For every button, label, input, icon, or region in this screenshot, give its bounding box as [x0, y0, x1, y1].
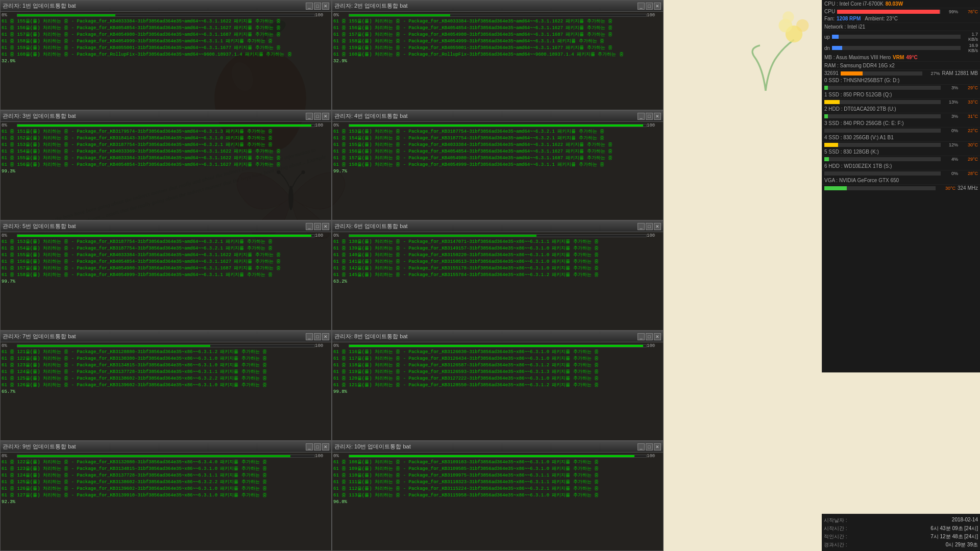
drive-5-bar-row: 4% 29°C [822, 156, 980, 162]
titlebar-7[interactable]: 관리자: 7번 업데이트통합 bat _ □ ✕ [1, 331, 331, 342]
line-1-4: 61 중 159을(를) 처리하는 중 - Package_for_KB4055… [2, 45, 330, 52]
progress-track-5 [17, 234, 315, 237]
maximize-btn-5[interactable]: □ [314, 223, 321, 230]
close-btn-3[interactable]: ✕ [322, 113, 329, 120]
minimize-btn-4[interactable]: _ [638, 113, 645, 120]
minimize-btn-8[interactable]: _ [638, 333, 645, 340]
drive-2-bar [824, 114, 941, 118]
content-3: 0% 100 61 중 151을(를) 처리하는 중 - Package_for… [1, 122, 331, 220]
footer-start-date-row: 시작날자 : 2018-02-14 [824, 516, 978, 524]
close-btn-9[interactable]: ✕ [322, 443, 329, 450]
title-4: 관리자: 4번 업데이트통합 bat [334, 112, 408, 120]
elapsed-value: 0시 29분 39초 [946, 541, 978, 548]
progress-label-6: 0% [333, 233, 349, 238]
titlebar-9[interactable]: 관리자: 9번 업데이트통합 bat _ □ ✕ [1, 441, 331, 453]
minimize-btn-1[interactable]: _ [306, 3, 313, 10]
close-btn-6[interactable]: ✕ [654, 223, 661, 230]
line-2-2: 61 중 157을(를) 처리하는 중 - Package_for_KB4054… [333, 32, 662, 38]
maximize-btn-7[interactable]: □ [314, 333, 321, 340]
terminal-window-8: 관리자: 8번 업데이트통합 bat _ □ ✕ 0% 100 61 중 116… [332, 331, 664, 441]
minimize-btn-5[interactable]: _ [306, 223, 313, 230]
content-1: 0% 100 61 중 155을(를) 처리하는 중 - Package_for… [1, 12, 331, 110]
controls-10[interactable]: _ □ ✕ [638, 443, 661, 450]
line-8-4: 61 중 120을(를) 처리하는 중 - Package_for_KB3127… [333, 375, 662, 382]
terminal-window-7: 관리자: 7번 업데이트통합 bat _ □ ✕ 0% 100 61 중 121… [0, 331, 332, 441]
line-2-4: 61 중 159을(를) 처리하는 중 - Package_for_KB4055… [333, 45, 662, 52]
titlebar-8[interactable]: 관리자: 8번 업데이트통합 bat _ □ ✕ [332, 331, 663, 342]
drive-6-label-row: 6 HDD : WD10EZEX 1TB (S:) [822, 162, 980, 170]
close-btn-8[interactable]: ✕ [654, 333, 661, 340]
titlebar-2[interactable]: 관리자: 2번 업데이트통합 bat _ □ ✕ [332, 1, 663, 12]
titlebar-5[interactable]: 관리자: 5번 업데이트통합 bat _ □ ✕ [1, 221, 331, 232]
svg-point-5 [786, 26, 802, 42]
close-btn-1[interactable]: ✕ [322, 3, 329, 10]
drive-0-bar [824, 86, 941, 90]
drive-2-pct: 3% [943, 114, 958, 119]
controls-3[interactable]: _ □ ✕ [306, 113, 329, 120]
line-3-0: 61 중 151을(를) 처리하는 중 - Package_for_KB3179… [2, 129, 330, 135]
controls-5[interactable]: _ □ ✕ [306, 223, 329, 230]
line-4-5: 61 중 158을(를) 처리하는 중 - Package_for_KB4054… [333, 162, 662, 168]
progress-label-7: 0% [2, 343, 17, 348]
close-btn-10[interactable]: ✕ [654, 443, 661, 450]
line-10-4: 61 중 112을(를) 처리하는 중 - Package_for_KB3115… [333, 486, 662, 492]
maximize-btn-9[interactable]: □ [314, 443, 321, 450]
line-10-1: 61 중 109을(를) 처리하는 중 - Package_for_KB3109… [333, 466, 662, 472]
titlebar-10[interactable]: 관리자: 10번 업데이트통합 bat _ □ ✕ [332, 441, 663, 453]
vga-temp: 30°C [938, 186, 955, 191]
drive-4-label: 4 SSD : 830 256GB (V:) A1 B1 [824, 135, 894, 140]
minimize-btn-3[interactable]: _ [306, 113, 313, 120]
minimize-btn-2[interactable]: _ [638, 3, 645, 10]
controls-9[interactable]: _ □ ✕ [306, 443, 329, 450]
controls-8[interactable]: _ □ ✕ [638, 333, 661, 340]
maximize-btn-8[interactable]: □ [646, 333, 653, 340]
minimize-btn-9[interactable]: _ [306, 443, 313, 450]
maximize-btn-1[interactable]: □ [314, 3, 321, 10]
progress-label-10: 0% [333, 454, 349, 459]
maximize-btn-6[interactable]: □ [646, 223, 653, 230]
controls-6[interactable]: _ □ ✕ [638, 223, 661, 230]
progress-fill-1 [17, 14, 115, 16]
net-down-fill [832, 46, 842, 50]
progress-end-7: 100 [315, 343, 330, 348]
progress-label-1: 0% [2, 13, 17, 18]
progress-fill-8 [349, 345, 643, 347]
close-btn-4[interactable]: ✕ [654, 113, 661, 120]
fan-val: 1208 RPM [837, 16, 861, 21]
controls-7[interactable]: _ □ ✕ [306, 333, 329, 340]
titlebar-3[interactable]: 관리자: 3번 업데이트통합 bat _ □ ✕ [1, 111, 331, 122]
close-btn-2[interactable]: ✕ [654, 3, 661, 10]
title-1: 관리자: 1번 업데이트통합 bat [3, 2, 76, 10]
minimize-btn-6[interactable]: _ [638, 223, 645, 230]
minimize-btn-10[interactable]: _ [638, 443, 645, 450]
start-time-label: 시작시간 : [824, 525, 847, 532]
start-time-value: 6시 43분 09초 [24시] [930, 525, 978, 532]
line-10-6: 96.0% [333, 499, 662, 506]
maximize-btn-3[interactable]: □ [314, 113, 321, 120]
controls-4[interactable]: _ □ ✕ [638, 113, 661, 120]
maximize-btn-10[interactable]: □ [646, 443, 653, 450]
close-btn-7[interactable]: ✕ [322, 333, 329, 340]
line-8-0: 61 중 116을(를) 처리하는 중 - Package_for_KB3126… [333, 349, 662, 356]
cpu-fill [837, 10, 940, 14]
line-5-5: 61 중 158을(를) 처리하는 중 - Package_for_KB4054… [2, 272, 330, 279]
line-9-6: 92.3% [2, 499, 330, 506]
maximize-btn-2[interactable]: □ [646, 3, 653, 10]
line-7-2: 61 중 123을(를) 처리하는 중 - Package_for_KB3134… [2, 362, 330, 369]
controls-1[interactable]: _ □ ✕ [306, 3, 329, 10]
close-btn-5[interactable]: ✕ [322, 223, 329, 230]
line-9-0: 61 중 122을(를) 처리하는 중 - Package_for_KB3132… [2, 459, 330, 466]
drive-3-temp: 22°C [960, 128, 978, 133]
titlebar-6[interactable]: 관리자: 6번 업데이트통합 bat _ □ ✕ [332, 221, 663, 232]
drive-1-bar [824, 100, 941, 104]
titlebar-1[interactable]: 관리자: 1번 업데이트통합 bat _ □ ✕ [1, 1, 331, 12]
maximize-btn-4[interactable]: □ [646, 113, 653, 120]
drive-6-bar-row: 0% 28°C [822, 170, 980, 177]
line-9-5: 61 중 127을(를) 처리하는 중 - Package_for_KB3139… [2, 492, 330, 499]
minimize-btn-7[interactable]: _ [306, 333, 313, 340]
controls-2[interactable]: _ □ ✕ [638, 3, 661, 10]
line-5-1: 61 중 154을(를) 처리하는 중 - Package_for_KB3187… [2, 245, 330, 252]
mb-vrm-temp: 49°C [906, 55, 917, 60]
drive-1-label: 1 SSD : 850 PRO 512GB (Q:) [824, 92, 892, 97]
titlebar-4[interactable]: 관리자: 4번 업데이트통합 bat _ □ ✕ [332, 111, 663, 122]
